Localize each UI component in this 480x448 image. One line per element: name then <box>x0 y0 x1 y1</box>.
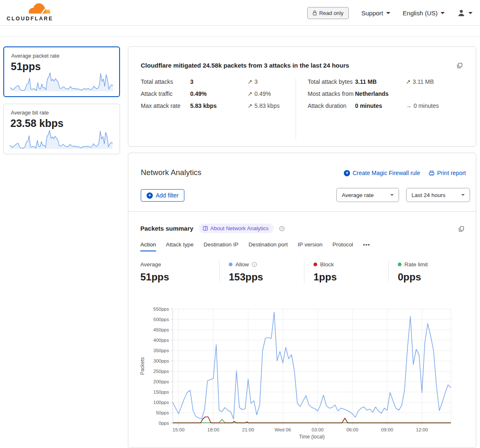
cloudflare-logo[interactable]: CLOUDFLARE <box>7 2 61 23</box>
plus-circle-icon: + <box>344 170 350 176</box>
tab-destination-ip[interactable]: Destination IP <box>203 241 238 251</box>
add-filter-button[interactable]: + Add filter <box>141 189 184 202</box>
network-analytics-title: Network Analytics <box>141 168 201 177</box>
create-rule-label: Create Magic Firewall rule <box>353 170 420 176</box>
chevron-down-icon <box>461 194 465 196</box>
svg-text:300pps: 300pps <box>153 358 169 363</box>
metric-card-label: Average packet rate <box>11 53 59 59</box>
summary-stat-trend: ↗5.83 kbps <box>247 102 294 109</box>
time-range-select[interactable]: Last 24 hours <box>406 188 470 202</box>
trend-up-icon: ↗ <box>247 78 252 85</box>
language-label: English (US) <box>403 10 438 17</box>
time-range-value: Last 24 hours <box>411 192 446 198</box>
svg-text:06:00: 06:00 <box>346 427 358 432</box>
chevron-down-icon <box>468 12 473 14</box>
tab-ip-version[interactable]: IP version <box>298 241 323 251</box>
cloudflare-logo-text: CLOUDFLARE <box>7 16 53 22</box>
lock-icon <box>313 10 317 16</box>
summary-stat-label: Most attacks from <box>308 90 355 97</box>
more-tabs-button[interactable]: ••• <box>363 241 370 251</box>
support-menu[interactable]: Support <box>361 10 390 17</box>
summary-stat-label: Total attacks <box>141 78 190 85</box>
tab-protocol[interactable]: Protocol <box>333 241 353 251</box>
about-network-analytics-badge[interactable]: About Network Analytics <box>199 224 274 233</box>
packets-summary-title: Packets summary <box>140 225 193 232</box>
support-label: Support <box>361 10 383 17</box>
stat-header: Rate limit <box>398 261 451 268</box>
summary-stat-trend: →0 minutes <box>406 102 470 109</box>
metric-card-bit-rate[interactable]: Average bit rate23.58 kbps <box>3 104 120 154</box>
metric-rate-select[interactable]: Average rate <box>336 188 399 202</box>
block-line <box>173 417 451 423</box>
summary-stat-label: Attack duration <box>308 102 355 109</box>
tab-action[interactable]: Action <box>140 241 156 251</box>
summary-stat-row: Most attacks fromNetherlands <box>308 90 470 97</box>
summary-stats-right: Total attack bytes3.11 MB↗3.11 MBMost at… <box>296 78 470 139</box>
metric-card-packet-rate[interactable]: Average packet rate51pps <box>3 46 120 97</box>
history-clock-icon[interactable] <box>279 226 285 231</box>
stat-rate-limit: Rate limit0pps <box>388 261 455 283</box>
network-analytics-card: Network Analytics + Create Magic Firewal… <box>128 153 476 448</box>
chevron-down-icon <box>386 12 390 14</box>
summary-title: Cloudflare mitigated 24.58k packets from… <box>141 62 349 69</box>
tab-attack-type[interactable]: Attack type <box>166 241 194 251</box>
summary-stat-trend: ↗0.49% <box>247 90 294 97</box>
summary-stats-left: Total attacks3↗3Attack traffic0.49%↗0.49… <box>141 78 294 114</box>
summary-stat-value: 3.11 MB <box>355 78 406 85</box>
metric-card-label: Average bit rate <box>11 110 49 116</box>
plus-circle-icon: + <box>147 192 153 199</box>
info-icon[interactable] <box>252 262 257 267</box>
sparkline-chart <box>9 127 113 151</box>
summary-stat-value: 0.49% <box>190 90 247 97</box>
summary-stat-value: 3 <box>190 78 247 85</box>
svg-text:100pps: 100pps <box>153 400 169 405</box>
print-report-link[interactable]: Print report <box>429 170 466 176</box>
stat-header: Allow <box>229 261 300 268</box>
summary-stat-trend: ↗3.11 MB <box>406 78 470 85</box>
printer-icon <box>429 170 435 176</box>
svg-text:250pps: 250pps <box>153 369 169 374</box>
svg-text:09:00: 09:00 <box>381 427 393 432</box>
create-magic-firewall-rule-link[interactable]: + Create Magic Firewall rule <box>344 170 420 176</box>
summary-stat-row: Total attack bytes3.11 MB↗3.11 MB <box>308 78 470 85</box>
read-only-badge: Read only <box>307 7 349 19</box>
rate-limit-line <box>173 419 451 423</box>
user-icon <box>457 9 465 17</box>
svg-text:450pps: 450pps <box>153 327 169 332</box>
user-menu[interactable] <box>457 9 473 17</box>
svg-text:18:00: 18:00 <box>207 427 219 432</box>
summary-stat-value: 5.83 kbps <box>190 102 247 109</box>
app-header: CLOUDFLARE Read only Support English (US… <box>0 0 480 26</box>
tab-destination-port[interactable]: Destination port <box>248 241 288 251</box>
copy-icon[interactable] <box>457 63 463 68</box>
stat-average: Average51pps <box>140 261 219 283</box>
trend-up-icon: ↗ <box>406 78 411 85</box>
svg-text:150pps: 150pps <box>153 390 169 394</box>
stat-value: 153pps <box>229 271 300 283</box>
summary-trend-value: 5.83 kbps <box>255 102 280 109</box>
chevron-down-icon <box>390 194 394 196</box>
about-badge-label: About Network Analytics <box>211 225 269 231</box>
legend-dot <box>398 263 402 266</box>
svg-text:12:00: 12:00 <box>416 427 428 432</box>
svg-text:03:00: 03:00 <box>312 427 324 432</box>
svg-text:500pps: 500pps <box>153 317 169 322</box>
allow-line <box>173 312 451 419</box>
arrow-right-icon: → <box>406 102 411 109</box>
trend-up-icon: ↗ <box>247 102 252 109</box>
stat-label: Allow <box>235 261 249 268</box>
sparkline-chart <box>10 70 114 93</box>
summary-stat-label: Attack traffic <box>141 90 190 97</box>
legend-dot <box>229 263 233 266</box>
add-filter-label: Add filter <box>156 192 179 199</box>
summary-trend-value: 0 minutes <box>414 102 439 109</box>
svg-text:Wed 06: Wed 06 <box>274 427 291 432</box>
svg-text:0pps: 0pps <box>159 421 169 426</box>
summary-stat-trend: ↗3 <box>247 78 294 85</box>
copy-chart-icon[interactable] <box>458 226 464 232</box>
stat-value: 0pps <box>398 271 451 283</box>
summary-stat-value: 0 minutes <box>355 102 406 109</box>
language-menu[interactable]: English (US) <box>403 10 445 17</box>
stat-value: 1pps <box>313 271 384 283</box>
chevron-down-icon <box>441 12 445 14</box>
